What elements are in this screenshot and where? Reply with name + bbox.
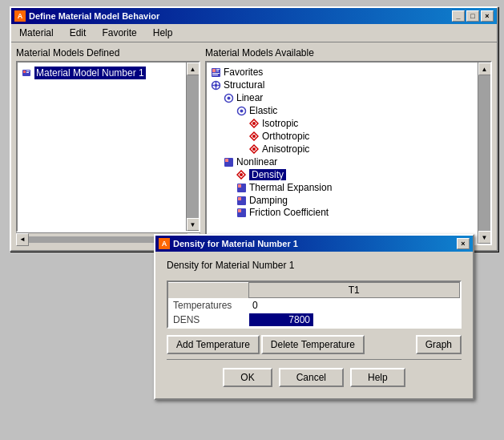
anisotropic-icon bbox=[248, 143, 260, 155]
cancel-button[interactable]: Cancel bbox=[279, 368, 344, 387]
tree-density[interactable]: Density bbox=[236, 168, 474, 181]
menu-edit[interactable]: Edit bbox=[65, 26, 91, 40]
left-panel-wrapper: Material Models Defined bbox=[16, 47, 200, 245]
svg-rect-5 bbox=[212, 69, 216, 72]
tree-anisotropic[interactable]: Anisotropic bbox=[248, 143, 474, 155]
main-content: Material Models Defined bbox=[11, 42, 497, 250]
main-title-bar: A Define Material Model Behavior _ □ × bbox=[11, 8, 497, 24]
svg-rect-7 bbox=[216, 71, 219, 71]
close-button[interactable]: × bbox=[481, 10, 494, 22]
isotropic-icon bbox=[248, 118, 260, 129]
delete-temperature-button[interactable]: Delete Temperature bbox=[261, 335, 365, 354]
svg-point-19 bbox=[240, 109, 243, 112]
scroll-track[interactable] bbox=[187, 75, 199, 218]
ok-button[interactable]: OK bbox=[223, 368, 272, 387]
tree-thermal[interactable]: Thermal Expansion bbox=[236, 181, 474, 194]
tree-orthotropic[interactable]: Orthotropic bbox=[248, 130, 474, 143]
svg-rect-6 bbox=[216, 69, 220, 70]
elastic-icon bbox=[236, 105, 247, 116]
right-panel-box: Favorites bbox=[205, 61, 492, 245]
dens-selected-value[interactable]: 7800 bbox=[249, 313, 313, 326]
h-scroll-left-btn[interactable]: ◄ bbox=[16, 233, 29, 246]
scroll-up-btn[interactable]: ▲ bbox=[187, 63, 200, 75]
left-v-scrollbar[interactable]: ▲ ▼ bbox=[186, 63, 199, 231]
maximize-button[interactable]: □ bbox=[466, 10, 479, 22]
dialog-subtitle: Density for Material Number 1 bbox=[167, 260, 462, 271]
ok-cancel-row: OK Cancel Help bbox=[167, 363, 462, 390]
right-panel-content: Favorites bbox=[207, 63, 490, 221]
svg-rect-35 bbox=[238, 209, 241, 212]
tree-favorites[interactable]: Favorites bbox=[210, 66, 474, 79]
menu-help[interactable]: Help bbox=[148, 26, 178, 40]
tree-linear[interactable]: Linear bbox=[223, 91, 474, 104]
nonlinear-label: Nonlinear bbox=[236, 156, 277, 168]
data-table: T1 Temperatures DENS 7800 bbox=[168, 282, 460, 327]
main-window: A Define Material Model Behavior _ □ × M… bbox=[10, 6, 498, 252]
thermal-icon bbox=[236, 182, 247, 193]
svg-rect-8 bbox=[212, 73, 220, 74]
left-panel-content: Material Model Number 1 bbox=[18, 63, 199, 83]
menu-material[interactable]: Material bbox=[14, 26, 58, 40]
damping-label: Damping bbox=[249, 195, 288, 206]
structural-label: Structural bbox=[224, 79, 264, 91]
linear-icon bbox=[223, 92, 234, 103]
model-label[interactable]: Material Model Number 1 bbox=[34, 67, 146, 79]
elastic-label: Elastic bbox=[249, 105, 277, 116]
right-scroll-track[interactable] bbox=[478, 75, 490, 231]
isotropic-label: Isotropic bbox=[262, 118, 298, 129]
svg-rect-9 bbox=[212, 75, 218, 75]
svg-rect-2 bbox=[26, 71, 30, 71]
svg-point-11 bbox=[214, 83, 217, 87]
graph-button[interactable]: Graph bbox=[416, 335, 462, 354]
dialog-action-buttons: Add Temperature Delete Temperature Graph bbox=[167, 335, 462, 354]
right-panel-title: Material Models Available bbox=[205, 47, 492, 59]
tree-isotropic[interactable]: Isotropic bbox=[248, 117, 474, 130]
dialog-close-button[interactable]: × bbox=[457, 238, 470, 249]
tree-elastic[interactable]: Elastic bbox=[236, 104, 474, 117]
tree-friction[interactable]: Friction Coefficient bbox=[236, 207, 474, 218]
separator bbox=[167, 359, 462, 360]
right-v-scrollbar[interactable]: ▲ ▼ bbox=[478, 63, 490, 244]
dialog-icon: A bbox=[159, 238, 170, 249]
structural-icon bbox=[210, 79, 221, 91]
svg-rect-1 bbox=[23, 71, 26, 73]
svg-point-23 bbox=[252, 135, 256, 138]
density-label[interactable]: Density bbox=[249, 169, 286, 180]
nonlinear-icon bbox=[223, 156, 234, 168]
help-button[interactable]: Help bbox=[350, 368, 405, 387]
dens-value-cell[interactable]: 7800 bbox=[248, 313, 460, 327]
table-row: Temperatures bbox=[168, 298, 460, 313]
svg-point-29 bbox=[240, 173, 243, 176]
main-window-title: Define Material Model Behavior bbox=[29, 11, 159, 21]
add-temperature-button[interactable]: Add Temperature bbox=[167, 335, 260, 354]
right-scroll-up-btn[interactable]: ▲ bbox=[478, 63, 491, 75]
temp-input[interactable] bbox=[249, 299, 459, 312]
svg-point-21 bbox=[252, 122, 256, 125]
dens-label: DENS bbox=[168, 313, 248, 327]
dialog-title-text: Density for Material Number 1 bbox=[173, 239, 298, 248]
menu-favorite[interactable]: Favorite bbox=[97, 26, 141, 40]
list-item[interactable]: Material Model Number 1 bbox=[21, 66, 183, 80]
orthotropic-icon bbox=[248, 131, 260, 142]
orthotropic-label: Orthotropic bbox=[262, 131, 309, 142]
svg-rect-27 bbox=[225, 159, 228, 162]
svg-point-17 bbox=[227, 96, 230, 99]
minimize-button[interactable]: _ bbox=[452, 10, 465, 22]
favorites-label: Favorites bbox=[224, 67, 263, 78]
left-panel-box: Material Model Number 1 ▲ ▼ bbox=[16, 61, 200, 232]
tree-nonlinear[interactable]: Nonlinear bbox=[223, 155, 474, 168]
svg-rect-3 bbox=[26, 72, 29, 73]
tree-damping[interactable]: Damping bbox=[236, 194, 474, 207]
density-icon bbox=[236, 169, 247, 180]
right-scroll-down-btn[interactable]: ▼ bbox=[478, 231, 491, 244]
temp-label: Temperatures bbox=[168, 298, 248, 313]
data-table-container: T1 Temperatures DENS 7800 bbox=[167, 281, 462, 329]
tree-structural[interactable]: Structural bbox=[210, 79, 474, 91]
model-icon bbox=[21, 67, 32, 79]
right-panel-wrapper: Material Models Available bbox=[205, 47, 492, 245]
main-window-icon: A bbox=[14, 10, 26, 22]
friction-icon bbox=[236, 207, 247, 218]
scroll-down-btn[interactable]: ▼ bbox=[187, 218, 200, 231]
temp-value-cell[interactable] bbox=[248, 298, 460, 313]
col-header-t1: T1 bbox=[248, 283, 460, 298]
